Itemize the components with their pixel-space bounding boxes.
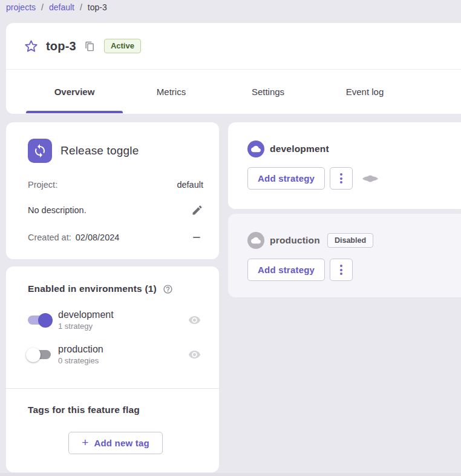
add-new-tag-label: Add new tag bbox=[94, 438, 149, 448]
created-value: 02/08/2024 bbox=[76, 233, 120, 242]
environment-card-header: production Disabled bbox=[247, 232, 449, 249]
more-actions-kebab-button[interactable] bbox=[330, 259, 353, 281]
created-at: Created at: 02/08/2024 bbox=[28, 233, 119, 242]
overview-left-column: Release toggle Project: default No descr… bbox=[6, 122, 219, 472]
add-strategy-button[interactable]: Add strategy bbox=[247, 167, 325, 190]
more-actions-kebab-button[interactable] bbox=[330, 167, 353, 190]
tags-section: Tags for this feature flag + Add new tag bbox=[6, 389, 219, 472]
environment-card-header: development bbox=[247, 140, 449, 157]
tab-event-log[interactable]: Event log bbox=[316, 70, 413, 113]
breadcrumb: projects / default / top-3 bbox=[6, 2, 107, 12]
tab-bar: Overview Metrics Settings Event log bbox=[6, 70, 461, 113]
environment-name: production bbox=[58, 344, 103, 355]
enabled-environments-header: Enabled in environments (1) bbox=[28, 283, 203, 294]
edit-description-pencil-icon[interactable] bbox=[191, 204, 203, 216]
flag-type-card: Release toggle Project: default No descr… bbox=[6, 122, 219, 259]
tab-overview-label: Overview bbox=[54, 87, 95, 97]
breadcrumb-separator: / bbox=[41, 2, 44, 12]
enabled-environments-title: Enabled in environments (1) bbox=[28, 283, 157, 294]
below-fold-strip bbox=[0, 473, 461, 476]
production-toggle[interactable] bbox=[28, 350, 51, 359]
tab-event-log-label: Event log bbox=[346, 87, 384, 97]
tab-settings[interactable]: Settings bbox=[220, 70, 316, 113]
development-labels: development 1 strategy bbox=[58, 309, 114, 331]
toggle-knob bbox=[38, 313, 53, 328]
release-toggle-icon bbox=[28, 139, 52, 163]
plus-icon: + bbox=[82, 437, 88, 448]
tags-title: Tags for this feature flag bbox=[28, 405, 203, 415]
environments-panel-column: development Add strategy bbox=[228, 122, 461, 297]
collapse-dash-icon[interactable] bbox=[193, 237, 200, 239]
environment-strategy-count: 0 strategies bbox=[58, 356, 103, 365]
add-strategy-button[interactable]: Add strategy bbox=[247, 259, 325, 281]
tab-settings-label: Settings bbox=[252, 87, 284, 97]
project-label: Project: bbox=[28, 180, 57, 190]
status-badge: Active bbox=[104, 39, 141, 53]
production-labels: production 0 strategies bbox=[58, 344, 103, 365]
breadcrumb-projects[interactable]: projects bbox=[6, 2, 36, 12]
tab-metrics-label: Metrics bbox=[157, 87, 186, 97]
environment-row-production: production 0 strategies bbox=[28, 344, 203, 365]
feature-flag-page: projects / default / top-3 top-3 Active … bbox=[0, 0, 461, 476]
cloud-icon bbox=[247, 140, 264, 157]
environment-row-development: development 1 strategy bbox=[28, 309, 203, 331]
environment-card-production: production Disabled Add strategy bbox=[228, 214, 461, 297]
breadcrumb-separator: / bbox=[80, 2, 82, 12]
environment-card-name: development bbox=[270, 144, 329, 154]
created-row: Created at: 02/08/2024 bbox=[28, 233, 203, 242]
enabled-environments-section: Enabled in environments (1) development … bbox=[6, 266, 219, 388]
disabled-badge: Disabled bbox=[327, 233, 373, 248]
help-icon[interactable] bbox=[163, 284, 173, 294]
strategy-lens-icon bbox=[361, 174, 379, 183]
breadcrumb-default[interactable]: default bbox=[49, 2, 74, 12]
created-label: Created at: bbox=[28, 233, 71, 242]
flag-header-card: top-3 Active Overview Metrics Settings E… bbox=[6, 23, 461, 114]
flag-type-header: Release toggle bbox=[28, 139, 203, 163]
environment-name: development bbox=[58, 309, 114, 320]
flag-type-label: Release toggle bbox=[60, 144, 139, 157]
active-tab-underline bbox=[26, 111, 123, 113]
cloud-icon bbox=[247, 232, 264, 249]
environment-card-actions: Add strategy bbox=[247, 167, 449, 190]
project-row: Project: default bbox=[28, 180, 203, 190]
project-value: default bbox=[177, 180, 203, 190]
favorite-star-icon[interactable] bbox=[24, 39, 38, 53]
flag-header-top: top-3 Active bbox=[6, 23, 461, 70]
environment-card-development: development Add strategy bbox=[228, 122, 461, 209]
tab-metrics[interactable]: Metrics bbox=[123, 70, 220, 113]
copy-icon[interactable] bbox=[85, 41, 95, 51]
description-row: No description. bbox=[28, 204, 203, 216]
environment-card-actions: Add strategy bbox=[247, 259, 449, 281]
tab-overview[interactable]: Overview bbox=[26, 70, 123, 113]
toggle-knob bbox=[26, 348, 41, 362]
visibility-eye-icon[interactable] bbox=[188, 348, 201, 361]
environment-card-name: production bbox=[270, 235, 320, 246]
flag-side-panel-card: Enabled in environments (1) development … bbox=[6, 266, 219, 472]
add-new-tag-button[interactable]: + Add new tag bbox=[68, 432, 163, 454]
page-title: top-3 bbox=[46, 39, 76, 53]
environment-strategy-count: 1 strategy bbox=[58, 322, 114, 331]
visibility-eye-icon[interactable] bbox=[188, 314, 201, 326]
description-text: No description. bbox=[28, 205, 87, 215]
breadcrumb-current: top-3 bbox=[88, 2, 107, 12]
development-toggle[interactable] bbox=[28, 316, 51, 325]
